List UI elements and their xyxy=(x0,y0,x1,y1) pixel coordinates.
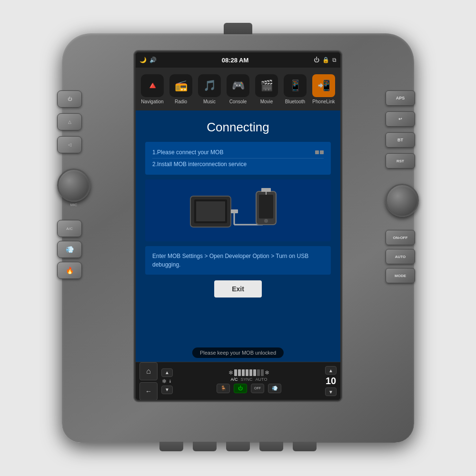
right-buttons: APS ↩ BT RST ON•OFF AUTO MODE xyxy=(386,90,419,283)
usb-illustration-area xyxy=(145,179,331,241)
temperature-value: 10 xyxy=(326,376,336,387)
bluetooth-icon: 📱 xyxy=(284,74,307,97)
exit-button[interactable]: Exit xyxy=(214,280,262,298)
app-phonelink[interactable]: 📲 PhoneLink xyxy=(312,74,335,104)
fan-button[interactable]: 💨 xyxy=(57,241,82,258)
svg-rect-3 xyxy=(231,209,238,213)
navigation-label: Navigation xyxy=(141,99,163,104)
power-button[interactable]: ⏻ xyxy=(57,90,82,108)
connecting-content: Connecting 1.Please connect your MOB 2.I… xyxy=(136,110,340,362)
unlock-notice: Please keep your MOB unlocked xyxy=(192,347,284,358)
car-unit: ⏻ △ ◁ MIC A/C 💨 🔥 APS ↩ BT RST ON•OFF AU… xyxy=(62,33,414,443)
movie-label: Movie xyxy=(260,99,273,104)
temp-right-down[interactable]: ▼ xyxy=(325,387,337,396)
navigation-icon: 🔺 xyxy=(141,74,164,97)
rst-button[interactable]: RST xyxy=(386,153,415,169)
bt-button[interactable]: BT xyxy=(386,132,415,148)
right-knob[interactable] xyxy=(386,184,419,217)
phonelink-label: PhoneLink xyxy=(312,99,335,104)
back-button[interactable]: ← xyxy=(139,382,158,400)
tab-3 xyxy=(226,442,250,451)
temp-left-icon: 🌡 xyxy=(168,379,172,384)
bluetooth-label: Bluetooth xyxy=(285,99,305,104)
climate-power-btn[interactable]: ⏻ xyxy=(234,384,247,393)
temp-left-up[interactable]: ▲ xyxy=(161,368,173,377)
tab-4 xyxy=(259,442,283,451)
climate-icons-row: 🪑 ⏻ OFF 💨 xyxy=(217,384,281,393)
climate-vent-btn[interactable]: 💨 xyxy=(268,384,281,393)
fan-seg-5 xyxy=(249,369,252,376)
status-right: ⏻ 🔒 ⧉ xyxy=(314,57,337,63)
heat-button[interactable]: 🔥 xyxy=(57,262,82,279)
app-navigation[interactable]: 🔺 Navigation xyxy=(141,74,164,104)
app-music[interactable]: 🎵 Music xyxy=(198,74,221,104)
fan-left-icon: ❄ xyxy=(228,369,233,376)
layers-icon: ⧉ xyxy=(332,57,337,63)
fan-seg-6 xyxy=(253,369,256,376)
svg-point-9 xyxy=(264,219,268,223)
steps-box: 1.Please connect your MOB 2.Install MOB … xyxy=(145,142,331,175)
mic-label: MIC xyxy=(57,203,90,207)
app-bluetooth[interactable]: 📱 Bluetooth xyxy=(284,74,307,104)
return-button[interactable]: ↩ xyxy=(386,111,415,127)
main-screen: 🌙 🔊 08:28 AM ⏻ 🔒 ⧉ 🔺 Navigation 📻 Radio … xyxy=(136,52,340,400)
tab-5 xyxy=(293,442,317,451)
aps-button[interactable]: APS xyxy=(386,90,415,106)
sync-label: SYNC xyxy=(241,377,253,382)
top-bracket xyxy=(224,23,252,34)
triangle-button[interactable]: △ xyxy=(57,113,82,130)
instructions-text: Enter MOB Settings > Open Developer Opti… xyxy=(152,252,324,269)
climate-off-label[interactable]: OFF xyxy=(251,384,264,393)
exit-button-area: Exit xyxy=(136,280,340,298)
auto-label: AUTO xyxy=(256,377,268,382)
ac-button[interactable]: A/C xyxy=(57,220,82,237)
usb-diagram xyxy=(186,184,290,237)
power-status-icon: ⏻ xyxy=(314,57,319,63)
temp-right-up[interactable]: ▲ xyxy=(325,366,337,375)
status-bar: 🌙 🔊 08:28 AM ⏻ 🔒 ⧉ xyxy=(136,52,340,68)
console-label: Console xyxy=(229,99,247,104)
step-2: 2.Install MOB interconnection service xyxy=(152,159,324,170)
sound-icon: 🔊 xyxy=(149,57,157,63)
svg-rect-2 xyxy=(196,201,225,221)
temp-left-down[interactable]: ▼ xyxy=(161,386,173,394)
dot-2 xyxy=(320,150,324,154)
moon-icon: 🌙 xyxy=(139,57,147,63)
radio-label: Radio xyxy=(175,99,187,104)
bottom-control-bar: ⌂ ← ▲ ❄ 🌡 ▼ ❄ xyxy=(136,362,340,400)
svg-rect-8 xyxy=(259,195,273,218)
home-button[interactable]: ⌂ xyxy=(139,362,158,380)
ac-snowflake-icon: ❄ xyxy=(162,378,167,385)
fan-seg-7 xyxy=(257,369,260,376)
fan-bar: ❄ ❄ xyxy=(228,369,269,376)
fan-seg-3 xyxy=(242,369,245,376)
left-knob[interactable] xyxy=(57,169,90,202)
temp-right-section: ▲ 10 ▼ xyxy=(325,366,337,396)
mode-button[interactable]: MODE xyxy=(386,268,415,283)
fan-section: ❄ ❄ A/C SYNC AUTO 🪑 xyxy=(177,369,321,393)
fan-labels: A/C SYNC AUTO xyxy=(231,377,268,382)
on-off-button[interactable]: ON•OFF xyxy=(386,230,415,245)
app-movie[interactable]: 🎬 Movie xyxy=(255,74,278,104)
instructions-box: Enter MOB Settings > Open Developer Opti… xyxy=(145,246,331,275)
step-2-text: 2.Install MOB interconnection service xyxy=(152,161,247,168)
radio-icon: 📻 xyxy=(169,74,192,97)
bottom-tabs xyxy=(159,442,317,451)
back-arrow-button[interactable]: ◁ xyxy=(57,136,82,153)
step-1-text: 1.Please connect your MOB xyxy=(152,149,223,156)
console-icon: 🎮 xyxy=(227,74,249,97)
app-bar: 🔺 Navigation 📻 Radio 🎵 Music 🎮 Console 🎬… xyxy=(136,68,340,110)
fan-seg-1 xyxy=(234,369,237,376)
power-on-icon: ⏻ xyxy=(238,386,243,391)
auto-button[interactable]: AUTO xyxy=(386,249,415,264)
fan-seg-8 xyxy=(261,369,264,376)
lock-icon: 🔒 xyxy=(322,57,329,63)
tab-2 xyxy=(193,442,217,451)
phonelink-icon: 📲 xyxy=(312,74,335,97)
music-label: Music xyxy=(203,99,216,104)
climate-seat-btn[interactable]: 🪑 xyxy=(217,384,230,393)
connecting-title: Connecting xyxy=(136,110,340,142)
app-console[interactable]: 🎮 Console xyxy=(227,74,249,104)
svg-rect-10 xyxy=(261,188,271,192)
app-radio[interactable]: 📻 Radio xyxy=(169,74,192,104)
